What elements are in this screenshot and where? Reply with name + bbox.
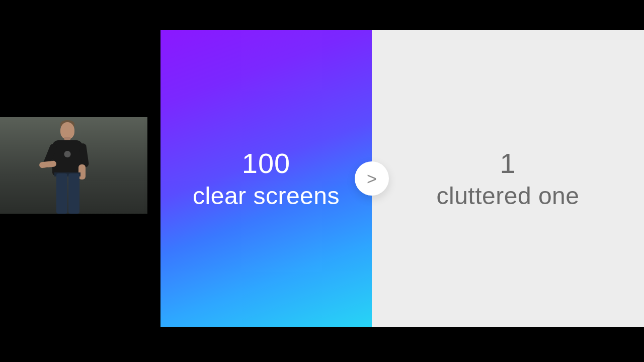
slide-left-panel: 100 clear screens: [160, 30, 372, 327]
comparator-badge: >: [355, 161, 389, 196]
speaker-figure: [35, 118, 96, 214]
right-number: 1: [436, 147, 579, 179]
presentation-slide: 100 clear screens 1 cluttered one: [160, 30, 644, 327]
greater-than-icon: >: [367, 169, 377, 189]
left-number: 100: [193, 147, 340, 179]
left-label: clear screens: [193, 182, 340, 210]
speaker-camera-inset: [0, 117, 147, 214]
slide-right-panel: 1 cluttered one: [372, 30, 644, 327]
right-label: cluttered one: [436, 182, 579, 210]
